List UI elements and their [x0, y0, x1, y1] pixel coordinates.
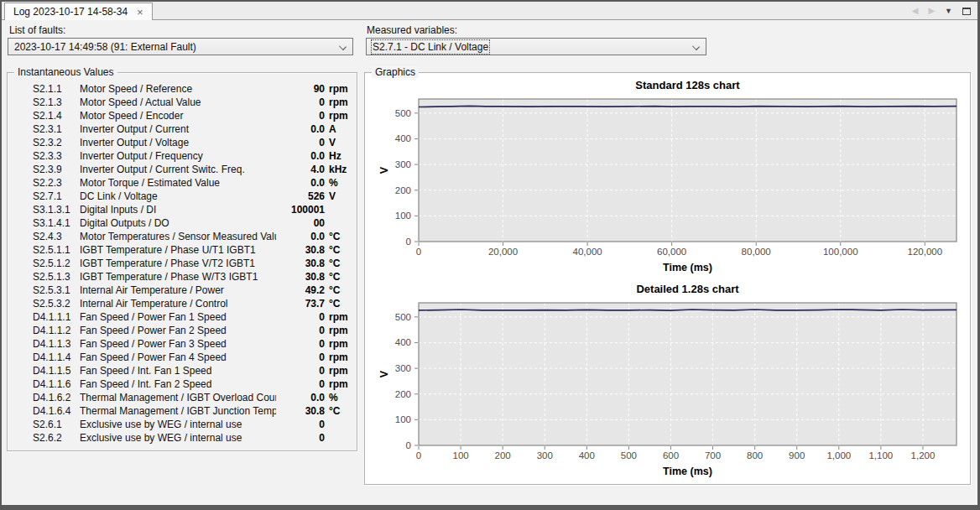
parameter-name: Inverter Output / Current — [80, 123, 276, 135]
svg-text:500: 500 — [621, 450, 637, 461]
table-row: D4.1.1.2 Fan Speed / Power Fan 2 Speed 0… — [8, 324, 357, 337]
scroll-tabs-left-icon[interactable]: ◀ — [912, 7, 919, 15]
tab-list-menu-icon[interactable]: ▼ — [945, 8, 952, 15]
parameter-code: S2.3.3 — [33, 150, 80, 162]
parameter-value: 0.0 — [276, 231, 325, 242]
table-row: S2.5.1.1 IGBT Temperature / Phase U/T1 I… — [8, 243, 357, 257]
svg-text:100,000: 100,000 — [823, 247, 858, 257]
svg-text:40,000: 40,000 — [573, 247, 602, 257]
svg-text:400: 400 — [395, 133, 411, 143]
measured-variable-select[interactable]: S2.7.1 - DC Link / Voltage — [366, 38, 706, 55]
parameter-value: 0 — [276, 351, 325, 363]
parameter-name: IGBT Temperature / Phase W/T3 IGBT1 — [80, 271, 276, 283]
parameter-code: S2.1.4 — [33, 110, 80, 122]
parameter-name: Inverter Output / Voltage — [80, 137, 276, 148]
chevron-down-icon — [339, 43, 347, 50]
svg-text:200: 200 — [395, 185, 411, 195]
parameter-unit: % — [325, 392, 357, 403]
tab-log-document[interactable]: Log 2023-10-17 14-58-34 × — [4, 3, 153, 20]
parameter-value: 100001 — [276, 204, 325, 216]
table-row: S2.5.1.2 IGBT Temperature / Phase V/T2 I… — [8, 257, 357, 270]
list-of-faults-label: List of faults: — [9, 24, 65, 36]
parameter-unit: °C — [325, 231, 357, 242]
parameter-value: 90 — [276, 83, 325, 95]
parameter-name: Motor Torque / Estimated Value — [80, 177, 276, 189]
svg-text:20,000: 20,000 — [488, 247, 518, 257]
parameter-code: S2.3.1 — [33, 123, 80, 135]
svg-text:Time (ms): Time (ms) — [663, 262, 712, 273]
svg-text:Standard 128s chart: Standard 128s chart — [635, 79, 740, 91]
parameter-name: Motor Speed / Encoder — [80, 110, 276, 122]
table-row: S2.6.1 Exclusive use by WEG / internal u… — [8, 418, 357, 431]
tab-title: Log 2023-10-17 14-58-34 — [13, 6, 128, 18]
parameter-unit: °C — [325, 284, 357, 296]
parameter-value: 30.8 — [276, 271, 325, 283]
parameter-name: Thermal Management / IGBT Junction Temp. — [80, 405, 276, 417]
table-row: S2.3.2 Inverter Output / Voltage 0 V — [8, 136, 357, 149]
maximize-icon[interactable] — [962, 8, 971, 15]
parameter-code: D4.1.6.2 — [33, 392, 80, 403]
parameter-code: D4.1.1.6 — [33, 378, 80, 390]
parameter-unit: A — [325, 123, 357, 135]
svg-text:0: 0 — [406, 237, 411, 247]
parameter-code: D4.1.6.4 — [33, 405, 80, 417]
svg-text:80,000: 80,000 — [742, 247, 771, 257]
parameter-unit: V — [325, 190, 357, 202]
parameter-value: 30.8 — [276, 244, 325, 256]
scroll-tabs-right-icon[interactable]: ▶ — [928, 7, 935, 15]
parameter-value: 00 — [276, 217, 325, 229]
parameter-value: 30.8 — [276, 405, 325, 417]
instantaneous-values-list: S2.1.1 Motor Speed / Reference 90 rpm S2… — [8, 82, 357, 445]
parameter-code: D4.1.1.2 — [33, 325, 80, 336]
svg-text:200: 200 — [495, 450, 511, 461]
svg-text:0: 0 — [416, 247, 421, 257]
fault-select[interactable]: 2023-10-17 14:49:58 (91: External Fault) — [8, 38, 353, 55]
parameter-value: 0 — [276, 96, 325, 108]
parameter-name: IGBT Temperature / Phase U/T1 IGBT1 — [80, 244, 276, 256]
parameter-name: Internal Air Temperature / Control — [80, 298, 276, 310]
table-row: D4.1.1.3 Fan Speed / Power Fan 3 Speed 0… — [8, 337, 357, 351]
parameter-value: 0 — [276, 365, 325, 377]
parameter-code: D4.1.1.3 — [33, 338, 80, 350]
table-row: D4.1.6.2 Thermal Management / IGBT Overl… — [8, 391, 357, 404]
parameter-name: Internal Air Temperature / Power — [80, 284, 276, 296]
parameter-unit: rpm — [325, 311, 357, 323]
parameter-name: Fan Speed / Power Fan 4 Speed — [80, 351, 276, 363]
parameter-unit: % — [325, 177, 357, 189]
table-row: S3.1.4.1 Digital Outputs / DO 00 — [8, 216, 357, 230]
parameter-code: S3.1.3.1 — [33, 204, 80, 216]
detailed-chart: 01002003004005006007008009001,0001,1001,… — [366, 281, 969, 481]
close-icon[interactable]: × — [135, 7, 145, 18]
parameter-code: S2.3.2 — [33, 137, 80, 148]
parameter-name: DC Link / Voltage — [80, 190, 276, 202]
svg-text:100: 100 — [395, 414, 411, 424]
parameter-unit: Hz — [325, 150, 357, 162]
parameter-name: Digital Inputs / DI — [80, 204, 276, 216]
table-row: S2.1.1 Motor Speed / Reference 90 rpm — [8, 82, 357, 96]
svg-text:300: 300 — [395, 363, 411, 373]
parameter-code: S2.2.3 — [33, 177, 80, 189]
parameter-unit: °C — [325, 298, 357, 310]
tab-strip: Log 2023-10-17 14-58-34 × ◀ ▶ ▼ — [2, 2, 977, 20]
svg-text:400: 400 — [395, 337, 411, 347]
svg-text:800: 800 — [747, 450, 763, 461]
table-row: D4.1.1.1 Fan Speed / Power Fan 1 Speed 0… — [8, 310, 357, 324]
parameter-name: Digital Outputs / DO — [80, 217, 276, 229]
parameter-name: Fan Speed / Power Fan 3 Speed — [80, 338, 276, 350]
svg-text:Detailed 1.28s chart: Detailed 1.28s chart — [636, 283, 739, 295]
svg-text:400: 400 — [579, 450, 595, 461]
parameter-name: Motor Temperatures / Sensor Measured Val… — [80, 231, 276, 242]
parameter-code: S2.6.2 — [33, 432, 80, 444]
parameter-unit: rpm — [325, 378, 357, 390]
parameter-code: S2.5.1.2 — [33, 258, 80, 269]
table-row: S2.1.3 Motor Speed / Actual Value 0 rpm — [8, 96, 357, 109]
table-row: D4.1.1.5 Fan Speed / Int. Fan 1 Speed 0 … — [8, 364, 357, 377]
parameter-unit: V — [325, 137, 357, 148]
measured-variable-select-value: S2.7.1 - DC Link / Voltage — [373, 41, 488, 53]
parameter-code: S2.5.3.1 — [33, 284, 80, 296]
parameter-unit: rpm — [325, 83, 357, 95]
svg-text:100: 100 — [395, 211, 411, 221]
table-row: D4.1.1.4 Fan Speed / Power Fan 4 Speed 0… — [8, 351, 357, 364]
parameter-unit: rpm — [325, 110, 357, 122]
table-row: S2.2.3 Motor Torque / Estimated Value 0.… — [8, 176, 357, 190]
